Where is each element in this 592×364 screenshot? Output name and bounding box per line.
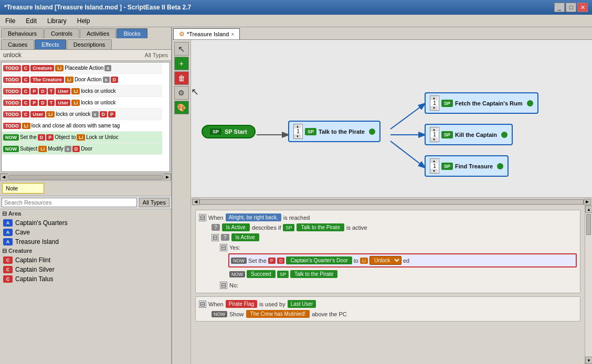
s-badge: s — [103, 77, 110, 83]
s-badge: s — [92, 111, 99, 117]
now-badge: NOW — [3, 134, 19, 141]
tab-causes[interactable]: Causes — [1, 39, 34, 49]
menu-help[interactable]: Help — [74, 16, 93, 26]
document-tab[interactable]: ⚙ *Treasure Island × — [173, 28, 240, 39]
script-row[interactable]: NOW Set the D P Object to Li Lock or Unl… — [2, 132, 162, 143]
all-types-button[interactable]: All Types — [139, 198, 170, 207]
script-row[interactable]: TODO Li lock and close all doors with sa… — [2, 120, 162, 132]
list-item[interactable]: A Captain's Quarters — [0, 218, 171, 228]
find-node-container[interactable]: ▲ 1 ▼ SP Find Treasure — [425, 155, 509, 177]
talk-node-spinner[interactable]: ▲ 1 ▼ — [293, 124, 303, 139]
creature-collapse-icon[interactable]: ⊟ — [2, 248, 7, 254]
kill-node-container[interactable]: ▲ 1 ▼ SP Kill the Captain — [425, 124, 513, 145]
c-badge: C — [22, 111, 30, 117]
script-row[interactable]: TODO C P D T User Li locks or unlock — [2, 97, 162, 109]
maximize-button[interactable]: □ — [566, 3, 576, 12]
is-active-block: ⊟ ? Is Active ⊟ Yes: — [212, 233, 577, 290]
todo-badge: TODO — [3, 111, 21, 117]
talk-node-label: Talk to the Pirate — [319, 129, 365, 135]
scroll-up-btn[interactable]: ▲ — [585, 206, 592, 213]
script-row[interactable]: TODO C P D T User Li locks or unlock — [2, 85, 162, 97]
kill-spinner[interactable]: ▲ 1 ▼ — [430, 127, 439, 142]
window-controls: _ □ ✕ — [554, 3, 588, 12]
creature-badge: C — [3, 256, 13, 264]
area-collapse-icon[interactable]: ⊟ — [2, 210, 7, 217]
kill-spinner-up[interactable]: ▲ — [430, 127, 438, 132]
creature-badge: C — [3, 275, 13, 283]
to-text: to — [354, 258, 358, 264]
menu-edit[interactable]: Edit — [23, 16, 40, 26]
find-spinner-up[interactable]: ▲ — [430, 159, 438, 163]
find-spinner[interactable]: ▲ 1 ▼ — [430, 158, 439, 174]
unlock-dropdown[interactable]: Unlock — [369, 256, 401, 265]
when-1-collapse[interactable]: ⊟ — [199, 214, 206, 221]
start-node[interactable]: SP SP Start — [202, 125, 256, 138]
list-horizontal-scrollbar[interactable]: ◀ ▶ — [0, 173, 171, 180]
when-2-collapse[interactable]: ⊟ — [199, 301, 206, 308]
tab-activities[interactable]: Activities — [80, 28, 116, 38]
rum-spinner[interactable]: ▲ 1 ▼ — [430, 95, 439, 111]
graph-canvas[interactable]: ↖ SP SP Start ▲ 1 ▼ — [191, 40, 592, 197]
tab-blocks[interactable]: Blocks — [117, 28, 147, 38]
list-item[interactable]: C Captain Talus — [0, 274, 171, 284]
menu-file[interactable]: File — [2, 16, 18, 26]
find-spinner-down[interactable]: ▼ — [430, 169, 438, 173]
script-row[interactable]: TODO C The Creature Li Door Action s D — [2, 74, 162, 85]
rum-node-container[interactable]: ▲ 1 ▼ SP Fetch the Captain's Rum — [425, 92, 538, 114]
script-row[interactable]: NOW Subject Li Modify s D Door — [2, 143, 162, 155]
note-box[interactable]: Note — [2, 183, 44, 194]
tab-effects[interactable]: Effects — [35, 39, 66, 49]
script-row[interactable]: TODO C Creature Li Placeable Action s — [2, 62, 162, 74]
resources-list[interactable]: ⊟ Area A Captain's Quarters A Cave A Tre… — [0, 209, 171, 364]
talk-spinner-up[interactable]: ▲ — [294, 124, 301, 129]
no-collapse[interactable]: ⊟ — [220, 282, 227, 289]
scroll-thumb[interactable] — [8, 175, 163, 180]
list-item[interactable]: A Cave — [0, 228, 171, 237]
is-active-collapse[interactable]: ⊟ — [212, 234, 219, 241]
tab-row-2: Causes Effects Descriptions — [0, 38, 171, 49]
settings-tool-button[interactable]: ⚙ — [174, 86, 189, 100]
cursor-tool-button[interactable]: ↖ — [174, 42, 189, 56]
scroll-left-btn[interactable]: ◀ — [0, 174, 7, 181]
when-1-header: ⊟ When Alright, be right back. is reache… — [199, 213, 577, 221]
tab-behaviours[interactable]: Behaviours — [1, 28, 44, 38]
rum-spinner-down[interactable]: ▼ — [430, 106, 438, 110]
script-row[interactable]: TODO C User Li locks or unlock s D P — [2, 109, 162, 120]
doc-tab-close-button[interactable]: × — [231, 31, 234, 37]
tab-controls[interactable]: Controls — [44, 28, 79, 38]
delete-node-button[interactable]: 🗑 — [174, 71, 189, 85]
script-canvas[interactable]: ⊟ When Alright, be right back. is reache… — [191, 206, 585, 364]
p-badge: P — [46, 134, 54, 141]
rum-spinner-up[interactable]: ▲ — [430, 96, 438, 100]
search-input[interactable] — [2, 198, 137, 207]
graph-horizontal-scrollbar[interactable]: ◀ ▶ — [191, 197, 592, 206]
creature-badge: C — [3, 266, 13, 273]
tab-descriptions[interactable]: Descriptions — [67, 39, 112, 49]
yes-collapse[interactable]: ⊟ — [220, 244, 227, 251]
scroll-thumb[interactable] — [586, 214, 591, 235]
scroll-track[interactable] — [585, 213, 592, 357]
scroll-down-btn[interactable]: ▼ — [585, 357, 592, 364]
above-pc-text: above the PC — [312, 311, 347, 317]
menu-library[interactable]: Library — [44, 16, 70, 26]
question-badge-2: ? — [221, 234, 229, 241]
list-item[interactable]: A Treasure Island — [0, 237, 171, 247]
graph-scroll-right[interactable]: ▶ — [584, 199, 591, 205]
minimize-button[interactable]: _ — [554, 3, 565, 12]
close-button[interactable]: ✕ — [577, 3, 588, 12]
scroll-right-btn[interactable]: ▶ — [164, 174, 171, 181]
paint-tool-button[interactable]: 🎨 — [174, 101, 189, 114]
add-node-button[interactable]: + — [174, 57, 189, 70]
area-badge: A — [3, 229, 13, 236]
script-list[interactable]: TODO C Creature Li Placeable Action s TO… — [2, 62, 170, 172]
graph-scroll-thumb[interactable] — [199, 199, 584, 205]
rum-node-dot — [527, 100, 533, 106]
kill-spinner-down[interactable]: ▼ — [430, 137, 438, 142]
right-scrollbar[interactable]: ▲ ▼ — [585, 206, 592, 364]
all-types-filter[interactable]: All Types — [145, 52, 168, 58]
talk-node-container[interactable]: ▲ 1 ▼ SP Talk to the Pirate — [288, 121, 380, 142]
list-item[interactable]: C Captain Silver — [0, 265, 171, 274]
list-item[interactable]: C Captain Flint — [0, 255, 171, 265]
graph-scroll-left[interactable]: ◀ — [192, 199, 199, 205]
talk-spinner-down[interactable]: ▼ — [294, 134, 301, 138]
